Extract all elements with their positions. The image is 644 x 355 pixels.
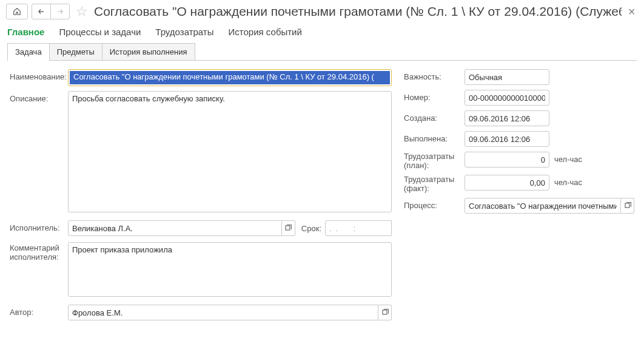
comment-label: Комментарий исполнителя:: [10, 242, 68, 262]
labor-fact-label: Трудозатраты (факт):: [404, 175, 465, 193]
comment-input[interactable]: [68, 242, 392, 297]
right-column: Важность: Номер: Создана: Выполнена: Тру…: [404, 69, 634, 218]
deadline-label: Срок:: [301, 224, 321, 233]
name-field-wrap: Согласовать "О награждении почетными гра…: [68, 69, 392, 86]
labor-plan-label: Трудозатраты (план):: [404, 152, 465, 170]
open-icon: [624, 202, 631, 209]
labor-fact-input[interactable]: [465, 175, 549, 191]
process-input[interactable]: [465, 198, 621, 214]
created-label: Создана:: [404, 110, 465, 123]
nav-group: [32, 4, 70, 19]
toolbar: ☆ Согласовать "О награждении почетными г…: [0, 0, 644, 24]
number-input[interactable]: [465, 90, 549, 106]
arrow-right-icon: [56, 8, 64, 15]
open-icon: [381, 309, 389, 316]
name-label: Наименование:: [10, 69, 68, 81]
done-label: Выполнена:: [404, 131, 465, 143]
labor-fact-unit: чел-час: [554, 175, 582, 187]
svg-rect-1: [383, 310, 387, 314]
star-icon[interactable]: ☆: [76, 4, 88, 19]
executor-input[interactable]: [68, 220, 282, 236]
number-label: Номер:: [404, 90, 465, 102]
tab-items[interactable]: Предметы: [49, 43, 102, 60]
section-history[interactable]: История событий: [229, 27, 302, 37]
executor-open-button[interactable]: [282, 220, 295, 236]
section-processes[interactable]: Процессы и задачи: [59, 27, 141, 37]
labor-plan-input[interactable]: [465, 152, 549, 167]
svg-rect-2: [625, 203, 629, 208]
labor-plan-unit: чел-час: [554, 152, 582, 164]
tab-task[interactable]: Задача: [7, 43, 50, 60]
name-input[interactable]: Согласовать "О награждении почетными гра…: [70, 71, 390, 84]
executor-label: Исполнитель:: [10, 220, 68, 232]
forward-button[interactable]: [50, 4, 70, 19]
home-icon: [13, 7, 21, 16]
open-icon: [284, 225, 292, 232]
tab-content: Наименование: Согласовать "О награждении…: [7, 61, 637, 333]
importance-input[interactable]: [465, 69, 549, 85]
tab-exec-history[interactable]: История выполнения: [102, 43, 195, 60]
created-input[interactable]: [465, 110, 549, 126]
deadline-input[interactable]: [325, 220, 392, 236]
section-main[interactable]: Главное: [7, 27, 44, 37]
importance-label: Важность:: [404, 69, 465, 81]
home-button[interactable]: [6, 4, 28, 19]
page-title: Согласовать "О награждении почетными гра…: [94, 4, 622, 19]
section-labor[interactable]: Трудозатраты: [155, 27, 213, 37]
process-label: Процесс:: [404, 198, 465, 210]
description-input[interactable]: [68, 91, 392, 212]
author-open-button[interactable]: [378, 305, 392, 320]
description-label: Описание:: [10, 91, 68, 103]
author-input[interactable]: [68, 305, 378, 320]
tabbar: Задача Предметы История выполнения: [7, 43, 637, 61]
arrow-left-icon: [37, 8, 45, 15]
svg-rect-0: [286, 226, 290, 230]
done-input[interactable]: [465, 131, 549, 147]
process-open-button[interactable]: [621, 198, 634, 214]
close-icon[interactable]: ✕: [625, 6, 638, 18]
author-label: Автор:: [10, 305, 68, 317]
back-button[interactable]: [32, 4, 51, 19]
section-bar: Главное Процессы и задачи Трудозатраты И…: [0, 24, 644, 43]
left-column: Наименование: Согласовать "О награждении…: [10, 69, 392, 326]
